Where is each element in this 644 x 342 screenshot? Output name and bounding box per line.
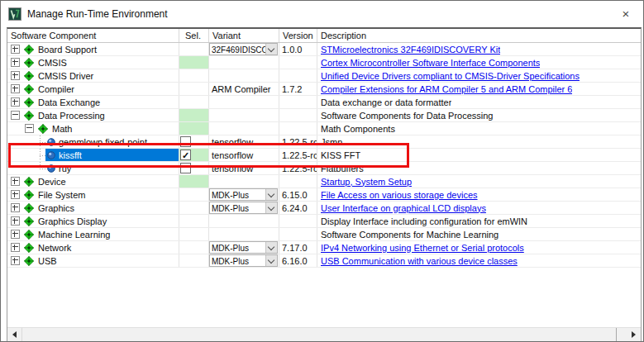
chevron-down-icon[interactable] xyxy=(265,255,277,266)
component-cell[interactable]: Data Exchange xyxy=(7,96,179,108)
description-text: Data exchange or data formatter xyxy=(317,97,451,107)
expand-icon[interactable] xyxy=(11,177,20,186)
component-cell[interactable]: Device xyxy=(7,175,179,188)
description-link[interactable]: STMicroelectronics 32F469IDISCOVERY Kit xyxy=(317,45,500,55)
variant-cell xyxy=(209,69,279,82)
component-label: Network xyxy=(38,243,71,253)
description-link[interactable]: USB Communication with various device cl… xyxy=(317,256,518,266)
component-label: Data Exchange xyxy=(38,97,100,107)
description-text: Software Components for Data Processing xyxy=(317,111,494,121)
component-checkbox[interactable] xyxy=(180,163,191,173)
component-cell[interactable]: Math xyxy=(7,122,179,135)
component-label: USB xyxy=(38,256,57,266)
component-cell[interactable]: USB xyxy=(7,254,179,267)
description-link[interactable]: Compiler Extensions for ARM Compiler 5 a… xyxy=(317,84,572,94)
expand-icon[interactable] xyxy=(11,256,20,265)
expand-icon[interactable] xyxy=(11,243,20,252)
scroll-left-icon[interactable] xyxy=(7,328,21,341)
variant-select[interactable]: MDK-Plus xyxy=(209,241,278,254)
component-cell[interactable]: CMSIS xyxy=(7,56,179,69)
description-link[interactable]: Unified Device Drivers compliant to CMSI… xyxy=(317,71,580,81)
tree-line xyxy=(40,155,46,156)
component-label: Math xyxy=(52,124,72,134)
component-cell[interactable]: Network xyxy=(7,241,179,254)
variant-select[interactable]: MDK-Plus xyxy=(209,202,278,214)
bundle-diamond-icon xyxy=(24,203,34,213)
description-link[interactable]: IPv4 Networking using Ethernet or Serial… xyxy=(317,243,524,253)
horizontal-scrollbar[interactable] xyxy=(7,327,641,341)
component-cell[interactable]: Graphics xyxy=(7,202,179,214)
variant-select[interactable]: MDK-Plus xyxy=(209,188,278,201)
chevron-down-icon[interactable] xyxy=(265,44,277,55)
description-text: Software Components for Machine Learning xyxy=(317,230,499,240)
component-label: CMSIS Driver xyxy=(38,71,93,81)
variant-select[interactable]: MDK-Plus xyxy=(209,254,278,267)
expand-icon[interactable] xyxy=(11,216,20,226)
scroll-right-icon[interactable] xyxy=(627,328,641,341)
component-cell[interactable]: Data Processing xyxy=(7,109,179,121)
bundle-diamond-icon xyxy=(24,177,34,187)
chevron-down-icon[interactable] xyxy=(265,242,277,253)
component-checkbox[interactable]: ✓ xyxy=(180,150,191,160)
component-cell[interactable]: Board Support xyxy=(7,43,179,55)
expand-icon[interactable] xyxy=(11,230,20,239)
version-cell: 1.7.2 xyxy=(279,83,317,95)
component-label: Data Processing xyxy=(38,111,105,121)
component-cell[interactable]: File System xyxy=(7,188,179,201)
scrollbar-thumb[interactable] xyxy=(21,328,617,341)
variant-select[interactable]: 32F469IDISCOVERY xyxy=(209,43,278,55)
expand-icon[interactable] xyxy=(11,84,20,93)
bundle-diamond-icon xyxy=(24,111,34,121)
description-cell: USB Communication with various device cl… xyxy=(317,254,518,267)
sel-cell xyxy=(179,188,209,201)
column-header-version[interactable]: Version xyxy=(279,29,317,42)
expand-icon[interactable] xyxy=(11,97,20,107)
version-cell: 6.16.0 xyxy=(279,254,317,267)
sel-cell xyxy=(179,215,209,227)
description-cell: Startup, System Setup xyxy=(317,175,412,188)
collapse-icon[interactable] xyxy=(11,111,20,120)
bundle-diamond-icon xyxy=(24,71,34,81)
component-cell[interactable]: Machine Learning xyxy=(7,228,179,240)
description-link[interactable]: Startup, System Setup xyxy=(317,177,412,187)
column-header-software-component[interactable]: Software Component xyxy=(7,29,179,42)
component-cell[interactable]: CMSIS Driver xyxy=(7,69,179,82)
collapse-icon[interactable] xyxy=(25,124,34,133)
expand-icon[interactable] xyxy=(11,58,20,67)
expand-icon[interactable] xyxy=(11,190,20,199)
component-cell[interactable]: Compiler xyxy=(7,83,179,95)
version-value: 1.22.5-rc4 xyxy=(279,137,317,147)
version-cell xyxy=(279,175,317,188)
close-icon[interactable]: × xyxy=(617,6,635,21)
component-cell[interactable]: ruy xyxy=(7,162,179,174)
description-link[interactable]: Cortex Microcontroller Software Interfac… xyxy=(317,58,540,68)
description-link[interactable]: User Interface on graphical LCD displays xyxy=(317,203,486,213)
variant-value: MDK-Plus xyxy=(210,189,265,200)
expand-icon[interactable] xyxy=(11,203,20,212)
version-cell xyxy=(279,56,317,69)
component-label: Machine Learning xyxy=(38,230,110,240)
sel-cell xyxy=(179,96,209,108)
sel-cell xyxy=(179,241,209,254)
component-checkbox[interactable] xyxy=(180,136,191,147)
version-value: 1.22.5-rc4 xyxy=(279,164,317,173)
expand-icon[interactable] xyxy=(11,45,20,54)
component-label: ruy xyxy=(59,164,71,173)
chevron-down-icon[interactable] xyxy=(265,202,277,213)
column-header-sel[interactable]: Sel. xyxy=(179,29,209,42)
chevron-down-icon[interactable] xyxy=(265,189,277,200)
column-header-variant[interactable]: Variant xyxy=(209,29,279,42)
version-cell: 1.0.0 xyxy=(279,43,317,55)
component-cell[interactable]: kissfft xyxy=(7,149,179,161)
description-link[interactable]: File Access on various storage devices xyxy=(317,190,478,200)
component-cell[interactable]: gemmlowp fixed-point xyxy=(7,135,179,148)
description-cell: IPv4 Networking using Ethernet or Serial… xyxy=(317,241,524,254)
version-cell: 6.24.0 xyxy=(279,202,317,214)
component-cell[interactable]: Graphics Display xyxy=(7,215,179,227)
version-cell: 1.22.5-rc4 xyxy=(279,135,317,148)
version-cell xyxy=(279,122,317,135)
column-header-description[interactable]: Description xyxy=(317,29,641,42)
expand-icon[interactable] xyxy=(11,71,20,80)
sel-cell xyxy=(179,83,209,95)
variant-value: tensorflow xyxy=(209,137,253,147)
